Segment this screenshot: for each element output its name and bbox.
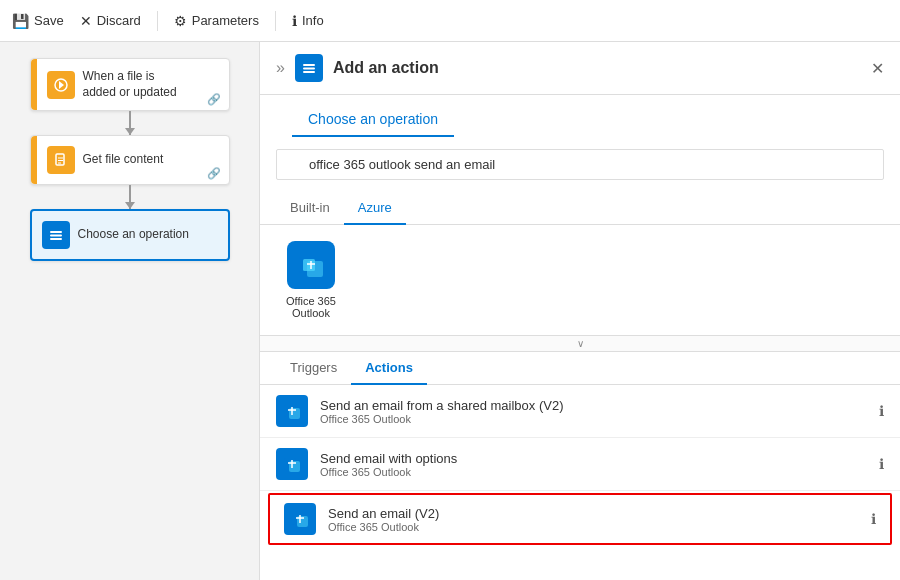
- get-file-node[interactable]: Get file content 🔗: [30, 135, 230, 185]
- svg-rect-10: [303, 259, 315, 271]
- left-panel: When a file is added or updated 🔗 Get fi…: [0, 42, 260, 580]
- main-tabs: Built-in Azure: [260, 192, 900, 225]
- tab-azure[interactable]: Azure: [344, 192, 406, 225]
- action-send-options[interactable]: Send email with options Office 365 Outlo…: [260, 438, 900, 491]
- action-send-options-text: Send email with options Office 365 Outlo…: [320, 451, 867, 478]
- discard-button[interactable]: ✕ Discard: [80, 13, 141, 29]
- action-list: Send an email from a shared mailbox (V2)…: [260, 385, 900, 580]
- svg-rect-6: [303, 68, 315, 70]
- sub-tab-triggers[interactable]: Triggers: [276, 352, 351, 385]
- save-icon: 💾: [12, 13, 29, 29]
- action-send-options-sub: Office 365 Outlook: [320, 466, 867, 478]
- main-layout: When a file is added or updated 🔗 Get fi…: [0, 42, 900, 580]
- toolbar: 💾 Save ✕ Discard ⚙ Parameters ℹ Info: [0, 0, 900, 42]
- get-file-icon: [47, 146, 75, 174]
- action-send-shared-icon: [276, 395, 308, 427]
- parameters-icon: ⚙: [174, 13, 187, 29]
- trigger-node[interactable]: When a file is added or updated 🔗: [30, 58, 230, 111]
- svg-rect-5: [303, 64, 315, 66]
- action-send-options-title: Send email with options: [320, 451, 867, 466]
- expand-icon[interactable]: »: [276, 59, 285, 77]
- sub-tab-actions[interactable]: Actions: [351, 352, 427, 385]
- action-send-v2-icon: [284, 503, 316, 535]
- info-icon: ℹ: [292, 13, 297, 29]
- panel-icon: [295, 54, 323, 82]
- trigger-link: 🔗: [199, 59, 229, 110]
- action-send-shared-text: Send an email from a shared mailbox (V2)…: [320, 398, 867, 425]
- choose-operation-label: Choose an operation: [292, 103, 454, 137]
- choose-op-node[interactable]: Choose an operation: [30, 209, 230, 261]
- get-file-node-wrapper: Get file content 🔗: [30, 135, 230, 209]
- action-send-options-info[interactable]: ℹ: [879, 456, 884, 472]
- save-button[interactable]: 💾 Save: [12, 13, 64, 29]
- panel-title: Add an action: [333, 59, 439, 77]
- office365-outlook-connector[interactable]: Office 365Outlook: [276, 241, 346, 319]
- trigger-icon: [47, 71, 75, 99]
- right-panel: » Add an action ✕ Choose an operation 🔍 …: [260, 42, 900, 580]
- arrow-2: [129, 185, 131, 209]
- right-header-left: » Add an action: [276, 54, 439, 82]
- search-input[interactable]: [276, 149, 884, 180]
- action-send-v2-text: Send an email (V2) Office 365 Outlook: [328, 506, 859, 533]
- trigger-content: When a file is added or updated: [37, 59, 199, 110]
- action-send-options-icon: [276, 448, 308, 480]
- action-send-v2-sub: Office 365 Outlook: [328, 521, 859, 533]
- choose-op-content: Choose an operation: [32, 211, 228, 259]
- right-header: » Add an action ✕: [260, 42, 900, 95]
- discard-icon: ✕: [80, 13, 92, 29]
- svg-rect-2: [50, 231, 62, 233]
- collapse-indicator[interactable]: ∨: [260, 336, 900, 352]
- trigger-label: When a file is added or updated: [83, 69, 189, 100]
- office365-label: Office 365Outlook: [286, 295, 336, 319]
- action-send-v2-title: Send an email (V2): [328, 506, 859, 521]
- choose-operation-section: Choose an operation: [260, 99, 900, 137]
- get-file-label: Get file content: [83, 152, 164, 168]
- action-send-shared[interactable]: Send an email from a shared mailbox (V2)…: [260, 385, 900, 438]
- svg-rect-7: [303, 71, 315, 73]
- sub-tabs: Triggers Actions: [260, 352, 900, 385]
- separator: [157, 11, 158, 31]
- action-send-v2-info[interactable]: ℹ: [871, 511, 876, 527]
- arrow-1: [129, 111, 131, 135]
- svg-rect-3: [50, 235, 62, 237]
- office365-icon: [287, 241, 335, 289]
- get-file-link: 🔗: [199, 136, 229, 184]
- action-send-shared-info[interactable]: ℹ: [879, 403, 884, 419]
- trigger-node-wrapper: When a file is added or updated 🔗: [30, 58, 230, 135]
- choose-op-label: Choose an operation: [78, 227, 189, 243]
- close-button[interactable]: ✕: [871, 59, 884, 78]
- connectors-area: Office 365Outlook: [260, 225, 900, 336]
- svg-rect-4: [50, 238, 62, 240]
- info-button[interactable]: ℹ Info: [292, 13, 324, 29]
- tab-built-in[interactable]: Built-in: [276, 192, 344, 225]
- search-box-wrapper: 🔍: [260, 137, 900, 192]
- choose-op-icon: [42, 221, 70, 249]
- search-box-container: 🔍: [276, 149, 884, 180]
- get-file-content: Get file content: [37, 136, 199, 184]
- action-send-shared-title: Send an email from a shared mailbox (V2): [320, 398, 867, 413]
- choose-op-node-wrapper: Choose an operation: [30, 209, 230, 261]
- action-send-shared-sub: Office 365 Outlook: [320, 413, 867, 425]
- parameters-button[interactable]: ⚙ Parameters: [174, 13, 259, 29]
- action-send-v2[interactable]: Send an email (V2) Office 365 Outlook ℹ: [268, 493, 892, 545]
- collapse-arrow: ∨: [577, 338, 584, 349]
- separator2: [275, 11, 276, 31]
